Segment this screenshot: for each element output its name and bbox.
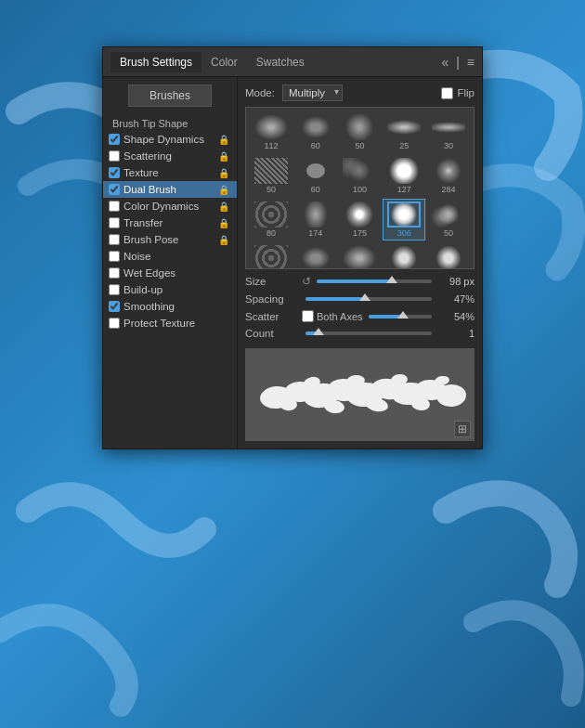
brush-num-5: 50 (266, 185, 276, 194)
brush-thumb-19 (432, 245, 465, 269)
expand-button[interactable]: ⊞ (454, 421, 471, 437)
sidebar-item-smoothing[interactable]: Smoothing (103, 298, 237, 315)
brush-cell-14[interactable]: 50 (427, 199, 470, 240)
brush-thumb-13 (387, 202, 421, 228)
shape-dynamics-checkbox[interactable] (109, 134, 120, 145)
spacing-row: Spacing (245, 293, 474, 305)
count-label: Count (245, 328, 296, 339)
brush-thumb-6 (299, 158, 332, 184)
brush-cell-17[interactable]: 80 (339, 242, 382, 269)
brush-thumb-8 (387, 158, 421, 184)
brushes-button[interactable]: Brushes (128, 84, 212, 107)
brush-cell-12[interactable]: 175 (339, 199, 382, 240)
sidebar-item-buildup[interactable]: Build-up (103, 281, 237, 298)
sidebar-item-texture[interactable]: Texture 🔒 (103, 164, 237, 181)
brush-cell-15[interactable]: 723 (250, 242, 292, 269)
brush-thumb-0 (254, 114, 288, 140)
transfer-checkbox[interactable] (109, 217, 120, 228)
preview-area: ⊞ (245, 348, 474, 441)
flip-checkbox[interactable] (441, 87, 453, 99)
brush-thumb-15 (254, 245, 288, 269)
sidebar-item-scattering[interactable]: Scattering 🔒 (103, 148, 237, 164)
size-row: Size ↺ 98 px (245, 275, 474, 288)
both-axes-checkbox[interactable] (302, 310, 314, 322)
count-value[interactable] (437, 328, 474, 339)
size-reset-icon[interactable]: ↺ (302, 275, 311, 288)
brush-cell-10[interactable]: 80 (250, 199, 292, 240)
collapse-icon[interactable]: « (441, 55, 448, 70)
count-slider[interactable] (306, 332, 432, 335)
menu-icon[interactable]: ≡ (467, 55, 474, 70)
brush-cell-3[interactable]: 25 (383, 111, 425, 153)
brush-grid-inner: 112 60 50 25 30 50 60 100 127 284 80 174… (246, 108, 474, 269)
size-label: Size (245, 276, 296, 287)
texture-label: Texture (124, 167, 159, 178)
protect-texture-checkbox[interactable] (109, 318, 120, 329)
scatter-slider[interactable] (369, 315, 432, 318)
brush-cell-0[interactable]: 112 (250, 111, 292, 153)
size-value[interactable]: 98 px (437, 276, 474, 287)
sidebar-item-wet-edges[interactable]: Wet Edges (103, 265, 237, 281)
size-slider[interactable] (317, 280, 432, 283)
brush-cell-2[interactable]: 50 (339, 111, 382, 153)
brush-cell-4[interactable]: 30 (427, 111, 470, 153)
count-thumb[interactable] (313, 328, 324, 335)
buildup-checkbox[interactable] (109, 284, 120, 295)
smoothing-checkbox[interactable] (109, 301, 120, 312)
spacing-fill (306, 297, 365, 301)
brush-cell-16[interactable]: 16 (294, 242, 337, 269)
scattering-checkbox[interactable] (109, 150, 120, 162)
brush-pose-checkbox[interactable] (109, 234, 120, 245)
sidebar-item-shape-dynamics[interactable]: Shape Dynamics 🔒 (103, 131, 237, 148)
spacing-slider[interactable] (306, 297, 432, 301)
sidebar-item-transfer[interactable]: Transfer 🔒 (103, 214, 237, 231)
brush-cell-13-selected[interactable]: 306 (383, 199, 425, 240)
sidebar-item-protect-texture[interactable]: Protect Texture (103, 315, 237, 332)
brush-thumb-16 (299, 245, 332, 269)
sidebar-item-dual-brush[interactable]: Dual Brush 🔒 (103, 181, 237, 198)
brush-thumb-18 (387, 245, 421, 269)
mode-row: Mode: Multiply Normal Screen Darken Flip (245, 84, 474, 101)
size-fill (317, 280, 392, 283)
brush-cell-7[interactable]: 100 (339, 155, 382, 197)
transfer-lock: 🔒 (218, 218, 229, 228)
brush-cell-18[interactable]: 25 (383, 242, 425, 269)
scatter-value[interactable] (437, 311, 474, 322)
sidebar-item-noise[interactable]: Noise (103, 248, 237, 265)
brush-num-7: 100 (353, 185, 367, 194)
scatter-thumb[interactable] (397, 311, 409, 318)
noise-checkbox[interactable] (109, 251, 120, 262)
brush-cell-8[interactable]: 127 (383, 155, 425, 197)
texture-checkbox[interactable] (109, 167, 120, 178)
brush-num-1: 60 (311, 141, 320, 150)
scatter-row: Scatter Both Axes (245, 310, 474, 322)
brush-cell-6[interactable]: 60 (294, 155, 337, 197)
brush-grid[interactable]: 112 60 50 25 30 50 60 100 127 284 80 174… (245, 107, 474, 269)
spacing-thumb[interactable] (359, 293, 370, 301)
brush-cell-5[interactable]: 50 (250, 155, 292, 197)
tab-brush-settings[interactable]: Brush Settings (110, 52, 202, 72)
brush-thumb-11 (299, 202, 332, 228)
both-axes-label[interactable]: Both Axes (302, 310, 363, 322)
brush-num-6: 60 (311, 185, 320, 194)
sidebar-item-brush-pose[interactable]: Brush Pose 🔒 (103, 231, 237, 248)
tab-color[interactable]: Color (202, 52, 247, 72)
brush-cell-1[interactable]: 60 (294, 111, 337, 153)
brush-cell-19[interactable]: 120 (427, 242, 470, 269)
tab-swatches[interactable]: Swatches (247, 52, 314, 72)
brush-num-4: 30 (444, 141, 453, 150)
size-thumb[interactable] (386, 276, 397, 283)
panel-content: Brushes Brush Tip Shape Shape Dynamics 🔒… (103, 77, 482, 448)
brush-cell-11[interactable]: 174 (294, 199, 337, 240)
brush-tip-shape-label: Brush Tip Shape (103, 114, 237, 131)
dual-brush-checkbox[interactable] (109, 184, 120, 195)
texture-lock: 🔒 (218, 168, 229, 178)
brush-cell-9[interactable]: 284 (427, 155, 470, 197)
scattering-lock: 🔒 (218, 151, 229, 162)
brush-thumb-5 (254, 158, 288, 184)
wet-edges-checkbox[interactable] (109, 267, 120, 279)
spacing-value[interactable] (437, 293, 474, 305)
mode-select[interactable]: Multiply Normal Screen Darken (282, 84, 343, 101)
color-dynamics-checkbox[interactable] (109, 201, 120, 212)
sidebar-item-color-dynamics[interactable]: Color Dynamics 🔒 (103, 198, 237, 214)
